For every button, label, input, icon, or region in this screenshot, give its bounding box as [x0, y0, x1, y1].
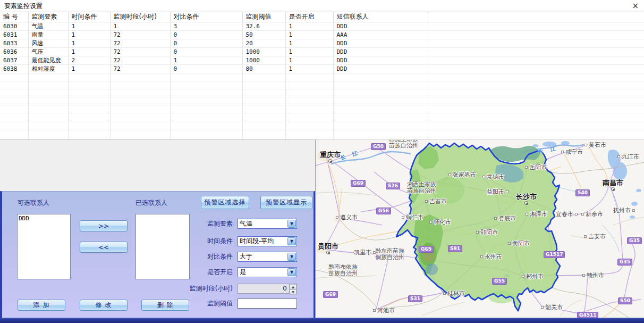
cell [28, 105, 68, 113]
chevron-down-icon[interactable]: ▼ [287, 253, 296, 261]
city-marker-icon [525, 166, 528, 169]
column-header: 时间条件 [68, 12, 110, 22]
road-badge: S40 [575, 189, 590, 196]
move-left-button[interactable]: << [80, 242, 128, 253]
city-label: 衡阳市 [508, 241, 530, 247]
cell [68, 89, 110, 97]
cell [68, 113, 110, 121]
road-badge: G50 [371, 143, 386, 150]
table-row[interactable]: 6036气压172010001DDD [0, 47, 644, 56]
road-badge: G56 [376, 208, 391, 214]
capital-city-label: 南昌市 [603, 179, 623, 191]
warning-region-display-button[interactable]: 预警区域显示 [260, 196, 312, 209]
cell [110, 73, 170, 81]
cell: 3 [170, 22, 242, 30]
element-select[interactable]: 气温 ▼ [238, 219, 297, 229]
cell [28, 89, 68, 97]
threshold-input[interactable] [238, 299, 297, 309]
compare-condition-select[interactable]: 大于 ▼ [238, 252, 297, 262]
cell [242, 121, 285, 129]
table-row[interactable]: 6038相对湿度1720801DDD [0, 64, 644, 73]
add-button[interactable]: 添 加 [18, 300, 65, 311]
cell [333, 81, 428, 89]
table-empty-row [0, 89, 644, 97]
cell: 20 [242, 39, 285, 47]
cell: 1 [285, 30, 333, 39]
warning-region-select-button[interactable]: 预警区域选择 [201, 196, 249, 209]
move-right-button[interactable]: >> [80, 220, 128, 231]
cell: 气温 [28, 22, 68, 30]
available-contacts-listbox[interactable]: DDD [17, 214, 71, 279]
table-row[interactable]: 6033风速1720201DDD [0, 39, 644, 47]
period-value: 0 [238, 285, 289, 292]
cell [333, 137, 428, 139]
cell [242, 113, 285, 121]
cell [428, 129, 644, 137]
road-badge: G35 [627, 237, 642, 244]
cell [170, 113, 242, 121]
cell: 72 [110, 47, 170, 56]
city-label: 咸宁市 [561, 149, 583, 155]
cell [170, 97, 242, 105]
cell: 最低能见度 [28, 56, 68, 64]
cell: 0 [170, 64, 242, 73]
cell [428, 113, 644, 121]
city-marker-icon [482, 176, 485, 178]
chevron-down-icon[interactable]: ▼ [287, 220, 296, 228]
table-empty-row [0, 129, 644, 137]
cell: 6031 [0, 30, 28, 39]
cell: 相对湿度 [28, 64, 68, 73]
cell [68, 73, 110, 81]
cell [285, 89, 333, 97]
cell: 1 [68, 39, 110, 47]
cell [428, 97, 644, 105]
enabled-select[interactable]: 是 ▼ [238, 267, 297, 277]
road-badge: S91 [448, 245, 462, 252]
modify-button[interactable]: 修 改 [80, 300, 128, 311]
cell: 50 [242, 30, 285, 39]
cell [428, 105, 644, 113]
spin-down-icon[interactable]: ▼ [290, 289, 296, 295]
city-label: 凯里市 [354, 250, 376, 256]
city-label: 吉安市 [584, 234, 606, 240]
city-label: 韶关市 [541, 304, 563, 311]
province-map[interactable]: 重庆市贵阳市长沙市南昌市遵义市凯里市河池市桂林市韶关市郴州市赣州市吉安市新余市宜… [315, 140, 644, 319]
cell: 风速 [28, 39, 68, 47]
cell [0, 81, 28, 89]
list-item[interactable]: DDD [19, 215, 70, 222]
table-row[interactable]: 6030气温11332.61DDD [0, 22, 644, 30]
region-label: 湘西土家族苗族自治州 [407, 181, 436, 194]
cell [428, 39, 644, 47]
page-title: 要素监控设置 [4, 2, 43, 11]
table-row[interactable]: 6037最低能见度272110001DDD [0, 56, 644, 64]
city-label: 宜春市 [556, 211, 578, 218]
cell: AAA [333, 30, 428, 39]
delete-button[interactable]: 删 除 [141, 300, 189, 311]
period-spinner[interactable]: 0 ▲ ▼ [238, 284, 297, 294]
city-label: 抚州市 [613, 208, 635, 214]
time-condition-value: 时间段-平均 [238, 237, 287, 246]
city-marker-icon [494, 217, 497, 220]
column-header: 监测阈值 [242, 12, 285, 22]
city-label: 邵阳市 [476, 229, 498, 236]
cell [428, 121, 644, 129]
city-marker-icon [524, 201, 528, 205]
cell: 1 [285, 56, 333, 64]
city-marker-icon [581, 213, 584, 216]
time-condition-select[interactable]: 时间段-平均 ▼ [238, 236, 297, 246]
spin-up-icon[interactable]: ▲ [290, 284, 296, 289]
close-icon[interactable]: × [632, 1, 639, 11]
cell [428, 64, 644, 73]
road-badge: G65 [419, 246, 434, 253]
chevron-down-icon[interactable]: ▼ [287, 268, 296, 276]
chevron-down-icon[interactable]: ▼ [287, 237, 296, 245]
cell [428, 89, 644, 97]
table-row[interactable]: 6031雨量1720501AAA [0, 30, 644, 39]
cell [242, 73, 285, 81]
city-label: 桂林市 [443, 291, 465, 297]
city-label: 铜仁市 [402, 214, 423, 221]
city-label: 河池市 [373, 308, 395, 314]
cell [170, 73, 242, 81]
cell: 0 [170, 47, 242, 56]
city-label: 娄底市 [494, 216, 516, 222]
